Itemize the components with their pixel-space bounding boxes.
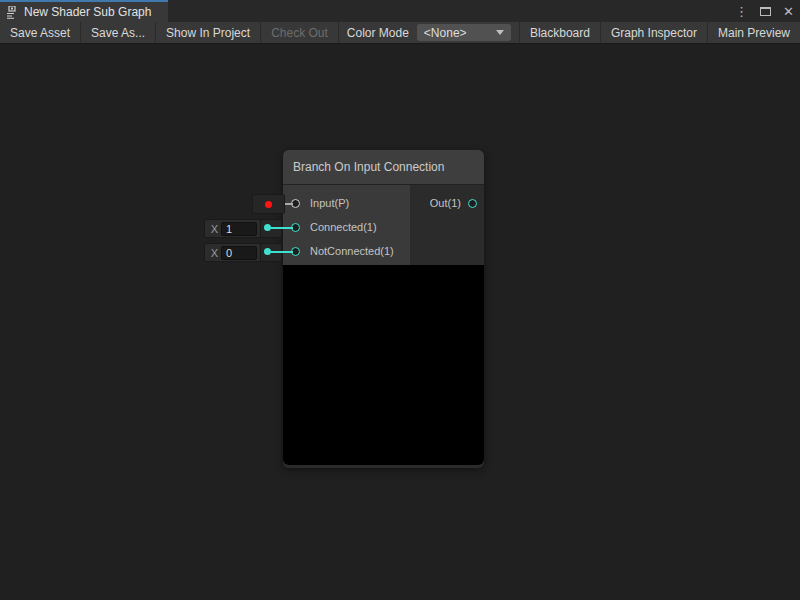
graph-canvas[interactable]: Branch On Input Connection Input(P) Conn… [0,45,800,600]
tab-new-shader-sub-graph[interactable]: New Shader Sub Graph [0,0,168,22]
port-row-connected: Connected(1) [283,215,410,239]
node-port-area: Input(P) Connected(1) NotConnected(1) Ou… [283,185,484,265]
notconnected-connector-line [271,251,293,253]
notconnected-inline-value: X [204,243,262,262]
output-ports-column: Out(1) [410,185,484,265]
connected-connector-line [271,227,293,229]
connected-axis-label: X [208,223,221,235]
color-mode-dropdown[interactable]: <None> [417,24,511,41]
connected-inline-value: X [204,219,262,238]
show-in-project-button[interactable]: Show In Project [156,22,261,43]
port-row-out: Out(1) [410,191,484,215]
connected-connector-dot-icon [264,224,271,231]
port-row-input-p: Input(P) [283,191,410,215]
node-title[interactable]: Branch On Input Connection [283,150,484,185]
save-asset-button[interactable]: Save Asset [0,22,81,43]
menu-icon[interactable]: ⋮ [735,5,748,18]
out-port-label: Out(1) [430,197,461,209]
connected-value-input[interactable] [221,222,257,236]
maximize-icon[interactable] [760,7,771,16]
out-port-icon[interactable] [468,199,477,208]
input-ports-column: Input(P) Connected(1) NotConnected(1) [283,185,410,265]
input-p-connector-line [285,203,293,205]
tab-bar: New Shader Sub Graph ⋮ ✕ [0,0,800,22]
notconnected-port-label: NotConnected(1) [310,245,394,257]
color-mode-label: Color Mode [339,22,417,43]
input-p-red-dot-icon [265,201,272,208]
window-controls: ⋮ ✕ [735,0,794,22]
chevron-down-icon [496,30,504,35]
subgraph-icon [6,6,19,19]
close-icon[interactable]: ✕ [783,5,794,18]
input-p-port-label: Input(P) [310,197,349,209]
tab-title: New Shader Sub Graph [24,5,151,19]
check-out-button: Check Out [261,22,339,43]
node-preview [283,265,484,465]
graph-toolbar: Save Asset Save As... Show In Project Ch… [0,22,800,44]
graph-inspector-toggle-button[interactable]: Graph Inspector [600,22,707,43]
notconnected-connector-dot-icon [264,248,271,255]
connected-port-label: Connected(1) [310,221,377,233]
save-as-button[interactable]: Save As... [81,22,156,43]
blackboard-toggle-button[interactable]: Blackboard [519,22,600,43]
notconnected-value-input[interactable] [221,246,257,260]
color-mode-value: <None> [424,26,467,40]
node-branch-on-input-connection[interactable]: Branch On Input Connection Input(P) Conn… [283,150,484,468]
main-preview-toggle-button[interactable]: Main Preview [707,22,800,43]
notconnected-axis-label: X [208,247,221,259]
input-p-inline-value[interactable] [252,194,285,214]
port-row-notconnected: NotConnected(1) [283,239,410,263]
